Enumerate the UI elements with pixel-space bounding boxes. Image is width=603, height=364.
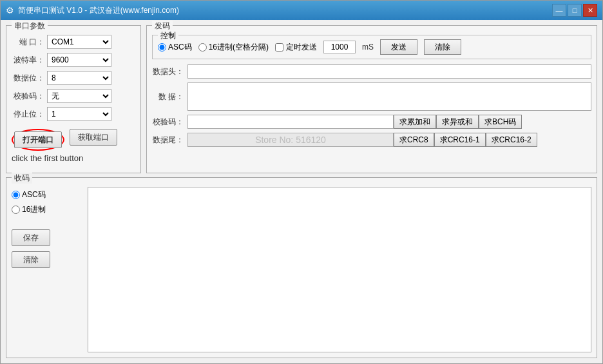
data-rows: 数据头： 数 据： 校验码： 求累加和 求异或和 求BCH码 xyxy=(152,64,591,147)
port-row: 端 口： COM1 COM2 COM3 COM4 xyxy=(12,35,135,49)
title-bar-left: ⚙ 简便串口测试 V1.0 - 武汉奋进(www.fenjin.com) xyxy=(6,5,179,16)
receive-display xyxy=(88,187,591,352)
serial-panel: 串口参数 端 口： COM1 COM2 COM3 COM4 波特率： 9600 … xyxy=(6,25,141,173)
timer-label: 定时发送 xyxy=(286,42,317,53)
data-head-row: 数据头： xyxy=(152,64,591,79)
asc-radio-label: ASC码 xyxy=(168,42,192,53)
checksum-input[interactable] xyxy=(187,115,394,129)
data-tail-label: 数据尾： xyxy=(152,135,187,146)
data-bits-row: 数据位： 8 7 6 5 xyxy=(12,71,135,85)
port-label: 端 口： xyxy=(12,37,47,48)
data-content-label: 数 据： xyxy=(152,91,187,102)
checksum-row: 校验码： 求累加和 求异或和 求BCH码 xyxy=(152,115,591,129)
receive-inner: ASC码 16进制 保存 清除 xyxy=(12,187,591,352)
close-button[interactable]: ✕ xyxy=(583,4,597,17)
port-buttons-row: 打开端口 获取端口 xyxy=(12,129,135,151)
get-port-button[interactable]: 获取端口 xyxy=(70,129,117,146)
data-content-row: 数 据： xyxy=(152,82,591,111)
calc-sum-button[interactable]: 求累加和 xyxy=(394,115,436,129)
send-button[interactable]: 发送 xyxy=(380,39,417,55)
receive-panel: 收码 ASC码 16进制 保存 清除 xyxy=(6,177,597,358)
parity-select[interactable]: 无 奇校验 偶校验 xyxy=(47,89,111,103)
data-head-input[interactable] xyxy=(187,64,591,79)
baud-label: 波特率： xyxy=(12,55,47,66)
stop-bits-label: 停止位： xyxy=(12,109,47,120)
data-head-label: 数据头： xyxy=(152,66,187,77)
control-row: ASC码 16进制(空格分隔) 定时发送 mS 发送 清 xyxy=(158,39,586,55)
window-controls: — □ ✕ xyxy=(552,4,597,17)
app-icon: ⚙ xyxy=(6,5,14,15)
timer-checkbox[interactable] xyxy=(275,43,283,52)
control-label: 控制 xyxy=(158,30,178,41)
title-bar: ⚙ 简便串口测试 V1.0 - 武汉奋进(www.fenjin.com) — □… xyxy=(1,1,602,20)
receive-btn-group: 保存 清除 xyxy=(12,229,82,268)
baud-row: 波特率： 9600 4800 19200 38400 57600 115200 xyxy=(12,53,135,67)
hex-radio[interactable] xyxy=(198,43,207,52)
stop-bits-select[interactable]: 1 1.5 2 xyxy=(47,107,111,121)
calc-crc16-1-button[interactable]: 求CRC16-1 xyxy=(434,133,486,147)
data-tail-row: 数据尾： Store No: 516120 求CRC8 求CRC16-1 求CR… xyxy=(152,133,591,147)
receive-textarea[interactable] xyxy=(88,187,591,352)
data-tail-input[interactable] xyxy=(187,133,394,147)
click-hint: click the first button xyxy=(12,153,135,163)
parity-row: 校验码： 无 奇校验 偶校验 xyxy=(12,89,135,103)
port-select[interactable]: COM1 COM2 COM3 COM4 xyxy=(47,35,111,49)
send-clear-button[interactable]: 清除 xyxy=(424,39,461,55)
timer-value-input[interactable] xyxy=(323,41,356,53)
receive-hex-radio[interactable] xyxy=(12,206,20,214)
data-bits-select[interactable]: 8 7 6 5 xyxy=(47,71,111,85)
control-subgroup: 控制 ASC码 16进制(空格分隔) 定时发送 xyxy=(152,35,591,59)
asc-radio-item[interactable]: ASC码 xyxy=(158,42,192,53)
ms-label: mS xyxy=(362,43,374,52)
top-section: 串口参数 端 口： COM1 COM2 COM3 COM4 波特率： 9600 … xyxy=(6,25,597,173)
maximize-button[interactable]: □ xyxy=(568,4,582,17)
stop-bits-row: 停止位： 1 1.5 2 xyxy=(12,107,135,121)
calc-crc8-button[interactable]: 求CRC8 xyxy=(394,133,434,147)
receive-hex-radio-label: 16进制 xyxy=(22,204,46,215)
timer-checkbox-item: 定时发送 xyxy=(275,42,317,53)
checksum-label: 校验码： xyxy=(152,117,187,128)
main-window: ⚙ 简便串口测试 V1.0 - 武汉奋进(www.fenjin.com) — □… xyxy=(0,0,603,364)
main-content: 串口参数 端 口： COM1 COM2 COM3 COM4 波特率： 9600 … xyxy=(1,20,602,363)
calc-crc16-2-button[interactable]: 求CRC16-2 xyxy=(486,133,537,147)
calc-xor-button[interactable]: 求异或和 xyxy=(436,115,479,129)
hex-radio-item[interactable]: 16进制(空格分隔) xyxy=(198,42,269,53)
receive-asc-radio-item[interactable]: ASC码 xyxy=(12,189,82,200)
receive-asc-radio-label: ASC码 xyxy=(22,189,46,200)
data-bits-label: 数据位： xyxy=(12,73,47,84)
baud-select[interactable]: 9600 4800 19200 38400 57600 115200 xyxy=(47,53,111,67)
minimize-button[interactable]: — xyxy=(552,4,566,17)
hex-radio-label: 16进制(空格分隔) xyxy=(209,42,269,53)
receive-clear-button[interactable]: 清除 xyxy=(12,251,50,268)
serial-panel-label: 串口参数 xyxy=(12,21,48,32)
asc-radio[interactable] xyxy=(158,43,166,52)
data-content-textarea[interactable] xyxy=(187,82,591,111)
calc-bch-button[interactable]: 求BCH码 xyxy=(479,115,522,129)
open-port-highlight: 打开端口 xyxy=(12,129,64,151)
parity-label: 校验码： xyxy=(12,91,47,102)
receive-panel-label: 收码 xyxy=(12,173,32,184)
send-panel: 发码 控制 ASC码 16进制(空格分隔) xyxy=(146,25,597,173)
window-title: 简便串口测试 V1.0 - 武汉奋进(www.fenjin.com) xyxy=(18,5,179,16)
receive-hex-radio-item[interactable]: 16进制 xyxy=(12,204,82,215)
receive-controls: ASC码 16进制 保存 清除 xyxy=(12,187,82,352)
receive-save-button[interactable]: 保存 xyxy=(12,229,50,246)
receive-asc-radio[interactable] xyxy=(12,191,20,199)
open-port-button[interactable]: 打开端口 xyxy=(14,131,62,148)
